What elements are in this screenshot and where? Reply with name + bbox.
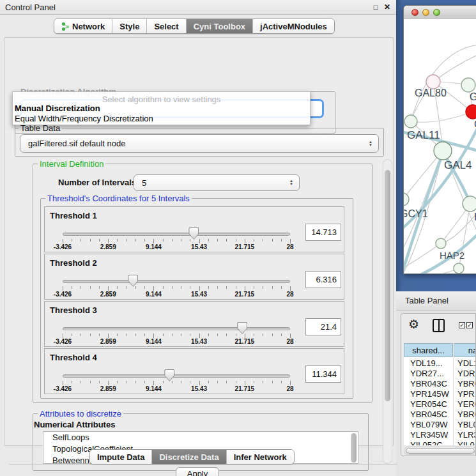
node-ga[interactable] bbox=[461, 78, 475, 92]
slider-tick bbox=[135, 381, 136, 383]
table-cell[interactable]: YLR3 bbox=[457, 430, 476, 440]
slider-tick bbox=[208, 286, 209, 289]
table-cell[interactable]: YER054C bbox=[410, 399, 452, 410]
threshold-value-field[interactable]: 6.316 bbox=[305, 271, 341, 288]
threshold-slider-thumb[interactable] bbox=[128, 275, 138, 287]
node-gal4[interactable] bbox=[434, 142, 452, 160]
slider-tick bbox=[90, 286, 91, 289]
table-cell[interactable]: YIL052C bbox=[410, 440, 452, 445]
apply-button[interactable]: Apply bbox=[176, 467, 219, 476]
gear-icon[interactable]: ⚙ bbox=[408, 317, 419, 332]
threshold-slider-thumb[interactable] bbox=[164, 369, 174, 381]
tab-label: jActiveMNodules bbox=[260, 22, 327, 31]
table-cell[interactable]: YIL0 bbox=[457, 440, 476, 445]
threshold-label: Threshold 1 bbox=[50, 211, 97, 220]
threshold-value-field[interactable]: 11.344 bbox=[305, 365, 341, 383]
tab-discretize-data[interactable]: Discretize Data bbox=[152, 450, 226, 464]
table-cell[interactable]: YDL1 bbox=[457, 358, 476, 369]
table-cell[interactable]: YBL079W bbox=[410, 420, 452, 430]
table-hscroll-thumb[interactable] bbox=[406, 448, 475, 454]
table-cell[interactable]: YBL0 bbox=[457, 420, 476, 430]
float-window-icon[interactable]: □ bbox=[371, 2, 381, 12]
column-header-shared-name[interactable]: shared... bbox=[404, 343, 453, 357]
table-cell[interactable]: YER0 bbox=[457, 399, 476, 410]
table-cell[interactable]: YDR2 bbox=[457, 369, 476, 379]
minimize-traffic-light-icon[interactable] bbox=[422, 9, 429, 16]
table-data-combobox[interactable]: galFiltered.sif default node ▲▼ bbox=[20, 134, 379, 153]
node-h[interactable] bbox=[463, 196, 476, 211]
network-canvas[interactable]: GAL80GACGAL11GAL4GCY1HHAP2 bbox=[404, 19, 476, 274]
slider-tick bbox=[99, 334, 100, 336]
table-cell[interactable]: YLR345W bbox=[410, 430, 452, 440]
table-horizontal-scrollbar[interactable] bbox=[404, 447, 476, 455]
threshold-value-field[interactable]: 14.713 bbox=[305, 224, 341, 241]
slider-tick bbox=[135, 239, 136, 242]
thresholds-group-title: Threshold's Coordinates for 5 Intervals bbox=[45, 194, 192, 203]
attribute-list-item[interactable]: SelfLoops bbox=[43, 432, 358, 443]
close-panel-icon[interactable]: ✕ bbox=[382, 2, 392, 12]
table-cell[interactable]: YPR145W bbox=[410, 389, 452, 399]
panel-scrollbar[interactable] bbox=[383, 159, 392, 464]
node-gal80[interactable] bbox=[426, 75, 440, 89]
table-cell[interactable]: YDR27... bbox=[410, 369, 452, 379]
list-scrollbar[interactable] bbox=[351, 433, 357, 463]
threshold-slider-track[interactable] bbox=[63, 280, 290, 283]
table-cell[interactable]: YDL19... bbox=[410, 358, 452, 369]
number-of-intervals-combobox[interactable]: 5 ▲▼ bbox=[134, 174, 300, 191]
network-edge[interactable] bbox=[411, 112, 473, 122]
slider-tick bbox=[245, 381, 245, 385]
tab-jactivemnodules[interactable]: jActiveMNodules bbox=[253, 19, 334, 33]
number-of-intervals-label: Number of Intervals bbox=[58, 178, 136, 187]
slider-tick bbox=[108, 381, 109, 385]
algorithm-option[interactable]: Equal Width/Frequency Discretization bbox=[15, 114, 309, 123]
threshold-slider-track[interactable] bbox=[63, 374, 290, 378]
slider-tick bbox=[181, 381, 181, 383]
split-columns-icon[interactable] bbox=[433, 319, 445, 332]
table-cell[interactable]: YBR0 bbox=[457, 410, 476, 420]
tab-impute-data[interactable]: Impute Data bbox=[90, 450, 152, 464]
tab-cyni-toolbox[interactable]: Cyni Toolbox bbox=[187, 19, 253, 33]
tab-infer-network[interactable]: Infer Network bbox=[227, 450, 294, 464]
node-attribute-table[interactable]: shared...naYDL19...YDL1YDR27...YDR2YBR04… bbox=[404, 343, 476, 445]
table-cell[interactable]: YBR043C bbox=[410, 379, 452, 389]
node-gcy1-label: GCY1 bbox=[404, 208, 428, 219]
threshold-slider-track[interactable] bbox=[63, 233, 290, 236]
column-header-name[interactable]: na bbox=[454, 343, 476, 357]
node-hap2[interactable] bbox=[436, 238, 446, 249]
zoom-traffic-light-icon[interactable] bbox=[433, 9, 440, 16]
close-traffic-light-icon[interactable] bbox=[411, 9, 418, 16]
network-view-window[interactable]: GAL80GACGAL11GAL4GCY1HHAP2 bbox=[403, 5, 476, 274]
slider-tick bbox=[135, 334, 136, 336]
tab-select[interactable]: Select bbox=[147, 19, 186, 33]
slider-tick bbox=[236, 334, 236, 336]
threshold-value-field[interactable]: 21.4 bbox=[305, 318, 341, 335]
network-edge[interactable] bbox=[441, 211, 476, 243]
slider-tick bbox=[245, 286, 245, 291]
threshold-slider-thumb[interactable] bbox=[188, 227, 199, 240]
node-gal80-label: GAL80 bbox=[415, 88, 447, 98]
algorithm-option[interactable]: Manual Discretization bbox=[15, 104, 309, 113]
tab-network[interactable]: Network bbox=[54, 19, 112, 33]
panel-scrollbar-thumb[interactable] bbox=[385, 170, 390, 401]
node-gal11[interactable] bbox=[404, 115, 417, 128]
node-bottom[interactable] bbox=[454, 263, 464, 273]
checkbox-icon[interactable]: ✓ bbox=[466, 322, 473, 328]
table-cell[interactable]: YBR045C bbox=[410, 410, 452, 420]
node-gcy1[interactable] bbox=[404, 193, 409, 206]
node-gal4-label: GAL4 bbox=[444, 159, 472, 171]
slider-tick bbox=[72, 239, 72, 242]
node-red[interactable] bbox=[466, 105, 476, 119]
node-hap2-label: HAP2 bbox=[440, 250, 464, 261]
slider-tick bbox=[217, 381, 218, 383]
table-cell[interactable]: YPR1 bbox=[457, 389, 476, 399]
table-cell[interactable]: YBR0 bbox=[457, 379, 476, 389]
slider-tick bbox=[63, 286, 63, 291]
tab-style[interactable]: Style bbox=[112, 19, 147, 33]
slider-tick-label: 9.144 bbox=[139, 338, 168, 345]
slider-tick-label: 28 bbox=[275, 338, 305, 345]
threshold-slider-thumb[interactable] bbox=[237, 322, 247, 334]
threshold-slider-track[interactable] bbox=[63, 327, 290, 330]
slider-tick bbox=[245, 334, 245, 338]
checkbox-icon[interactable]: ✓ bbox=[459, 322, 465, 328]
node-gal11-label: GAL11 bbox=[407, 129, 440, 141]
